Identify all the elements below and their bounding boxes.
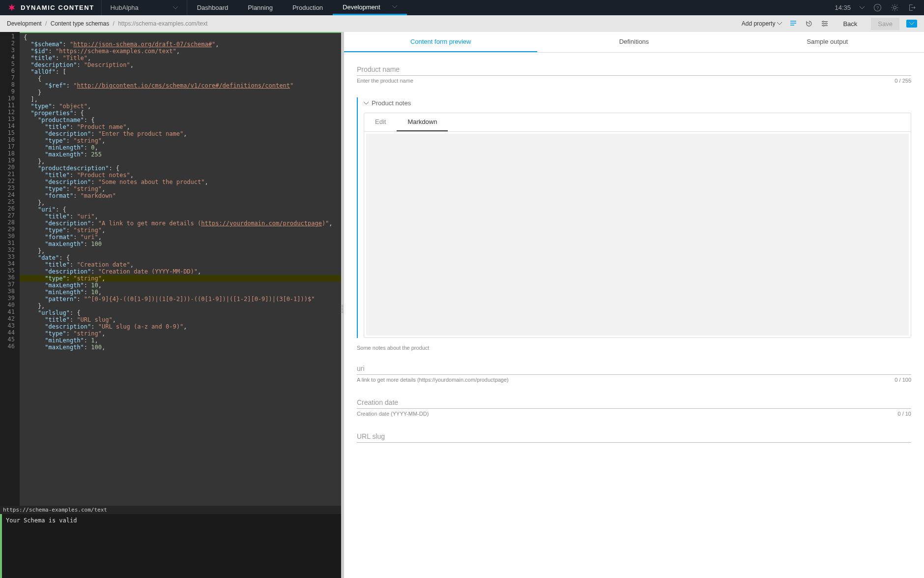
back-button[interactable]: Back (836, 18, 864, 30)
hub-selector[interactable]: HubAlpha (102, 4, 187, 11)
logo-icon (7, 3, 17, 13)
clock: 14:35 (835, 4, 851, 11)
help-icon[interactable]: ? (873, 3, 882, 12)
breadcrumb: Development / Content type schemas / htt… (7, 20, 207, 27)
nav-tabs: DashboardPlanningProductionDevelopment (187, 0, 407, 15)
logo-text: DYNAMIC CONTENT (21, 4, 94, 11)
gear-icon[interactable] (891, 3, 899, 12)
field-counter: 0 / 100 (895, 377, 911, 383)
nav-tab-development[interactable]: Development (333, 0, 407, 15)
add-property-button[interactable]: Add property (742, 20, 782, 27)
save-dropdown-button[interactable] (906, 20, 917, 28)
svg-point-4 (823, 25, 825, 27)
productdescription-collapse[interactable]: Product notes (364, 97, 911, 113)
code-editor[interactable]: 1234567891011121314151617181920212223242… (0, 32, 341, 506)
hub-name: HubAlpha (111, 4, 139, 11)
field-counter: 0 / 10 (897, 411, 911, 417)
code-area[interactable]: { "$schema": "http://json-schema.org/dra… (20, 32, 341, 506)
preview-pane: Content form previewDefinitionsSample ou… (344, 32, 924, 578)
nav-tab-planning[interactable]: Planning (238, 0, 283, 15)
productname-input[interactable] (357, 63, 911, 76)
chevron-down-icon[interactable] (860, 6, 865, 9)
uri-input[interactable] (357, 363, 911, 375)
svg-point-2 (823, 21, 824, 23)
logo[interactable]: DYNAMIC CONTENT (0, 3, 101, 13)
line-gutter: 1234567891011121314151617181920212223242… (0, 32, 20, 506)
format-icon[interactable] (789, 19, 798, 28)
breadcrumb-part[interactable]: Content type schemas (51, 20, 109, 27)
field-help: Some notes about the product (357, 345, 911, 351)
md-tab-edit[interactable]: Edit (364, 113, 397, 131)
svg-point-3 (826, 23, 827, 25)
save-button[interactable]: Save (871, 18, 899, 30)
urlslug-input[interactable] (357, 430, 911, 443)
settings-icon[interactable] (820, 19, 829, 28)
console-message: Your Schema is valid (6, 517, 77, 524)
breadcrumb-location: https://schema-examples.com/text (118, 20, 207, 27)
field-help: Creation date (YYYY-MM-DD) (357, 411, 429, 417)
field-help: Enter the product name (357, 78, 413, 84)
markdown-editor: EditMarkdown (364, 113, 911, 338)
chevron-down-icon (364, 102, 369, 105)
nav-tab-production[interactable]: Production (283, 0, 333, 15)
logout-icon[interactable] (908, 3, 916, 12)
preview-tab-content-form-preview[interactable]: Content form preview (344, 32, 537, 52)
chevron-down-icon (392, 5, 397, 8)
markdown-content[interactable] (366, 134, 909, 335)
chevron-down-icon (909, 22, 914, 25)
field-help: A link to get more details (https://your… (357, 377, 509, 383)
top-bar: DYNAMIC CONTENT HubAlpha DashboardPlanni… (0, 0, 924, 15)
console: Your Schema is valid (0, 514, 341, 578)
nav-tab-dashboard[interactable]: Dashboard (187, 0, 238, 15)
chevron-down-icon (173, 6, 178, 9)
editor-pane: 1234567891011121314151617181920212223242… (0, 32, 341, 578)
svg-text:?: ? (876, 5, 879, 10)
md-tab-markdown[interactable]: Markdown (397, 113, 448, 131)
date-input[interactable] (357, 396, 911, 409)
chevron-down-icon (777, 22, 782, 25)
history-icon[interactable] (805, 19, 813, 28)
sub-bar: Development / Content type schemas / htt… (0, 15, 924, 32)
status-url: https://schema-examples.com/text (0, 506, 341, 514)
breadcrumb-part[interactable]: Development (7, 20, 42, 27)
preview-tab-definitions[interactable]: Definitions (537, 32, 730, 52)
field-counter: 0 / 255 (895, 78, 911, 84)
preview-tab-sample-output[interactable]: Sample output (731, 32, 924, 52)
pane-splitter[interactable] (341, 32, 344, 578)
preview-tabs: Content form previewDefinitionsSample ou… (344, 32, 924, 53)
